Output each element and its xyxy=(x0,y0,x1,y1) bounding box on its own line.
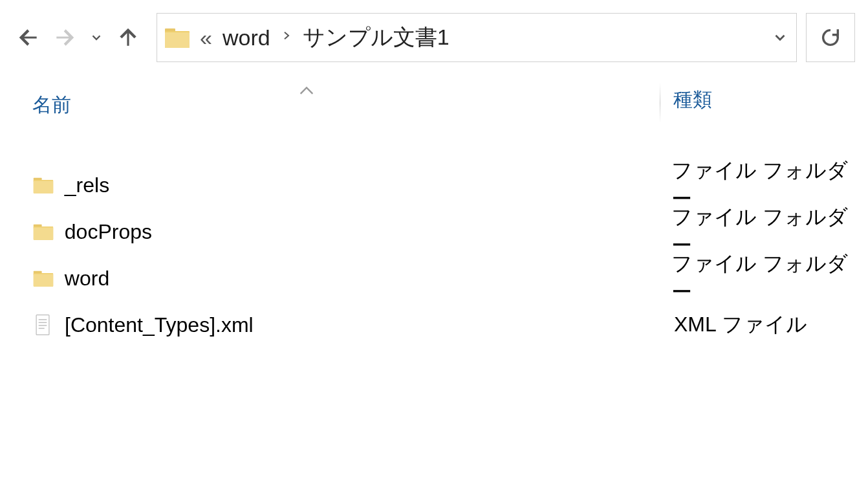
arrow-up-icon xyxy=(116,25,140,50)
address-bar[interactable]: « word サンプル文書1 xyxy=(157,13,797,62)
back-button[interactable] xyxy=(13,22,44,53)
address-dropdown-button[interactable] xyxy=(764,29,796,46)
breadcrumb-overflow[interactable]: « xyxy=(200,25,211,50)
column-header-name[interactable]: 名前 xyxy=(32,87,660,123)
column-header-type[interactable]: 種類 xyxy=(673,87,712,123)
svg-rect-11 xyxy=(34,274,53,287)
svg-rect-12 xyxy=(36,315,49,335)
folder-icon xyxy=(32,268,65,289)
item-name: [Content_Types].xml xyxy=(65,313,655,337)
refresh-button[interactable] xyxy=(806,13,855,62)
list-item[interactable]: docProps ファイル フォルダー xyxy=(32,208,868,255)
svg-rect-5 xyxy=(34,181,53,193)
forward-button[interactable] xyxy=(49,22,80,53)
list-item[interactable]: [Content_Types].xml XML ファイル xyxy=(32,302,868,348)
navigation-bar: « word サンプル文書1 xyxy=(0,0,868,62)
chevron-down-icon xyxy=(89,30,103,45)
xml-file-icon xyxy=(32,313,65,337)
breadcrumb-segment-current[interactable]: サンプル文書1 xyxy=(299,23,453,52)
svg-rect-2 xyxy=(165,32,190,48)
folder-icon xyxy=(32,221,65,242)
column-divider[interactable] xyxy=(660,83,660,123)
chevron-right-icon[interactable] xyxy=(274,27,299,48)
history-dropdown-button[interactable] xyxy=(85,22,107,53)
folder-icon xyxy=(32,175,65,195)
arrow-left-icon xyxy=(16,25,41,50)
item-name: _rels xyxy=(65,173,652,197)
up-button[interactable] xyxy=(113,22,144,53)
chevron-down-icon xyxy=(772,29,788,46)
list-item[interactable]: word ファイル フォルダー xyxy=(32,255,868,302)
list-item[interactable]: _rels ファイル フォルダー xyxy=(32,162,868,208)
item-name: docProps xyxy=(65,220,652,244)
column-header-label: 種類 xyxy=(673,89,712,110)
svg-rect-8 xyxy=(34,228,53,240)
column-headers: 名前 種類 xyxy=(0,87,868,123)
column-header-label: 名前 xyxy=(32,92,71,118)
folder-icon xyxy=(164,25,191,50)
item-type: XML ファイル xyxy=(655,311,807,339)
arrow-right-icon xyxy=(52,25,77,50)
item-type: ファイル フォルダー xyxy=(652,250,868,307)
breadcrumb-segment-word[interactable]: word xyxy=(219,25,274,50)
file-list: _rels ファイル フォルダー docProps ファイル フォルダー wor… xyxy=(0,162,868,348)
item-name: word xyxy=(65,267,652,291)
refresh-icon xyxy=(819,27,841,49)
sort-ascending-icon xyxy=(298,84,316,98)
